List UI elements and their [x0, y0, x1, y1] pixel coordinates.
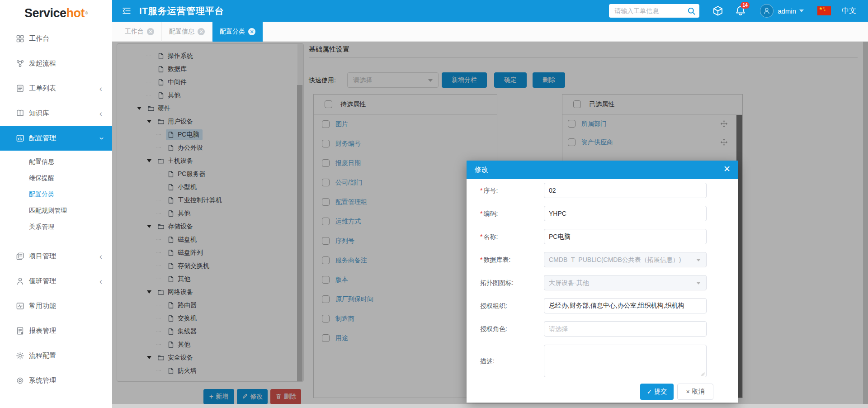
- sidebar-item-maintain-remind[interactable]: 维保提醒: [0, 170, 112, 186]
- modal-title: 修改: [475, 166, 488, 174]
- brand-logo: Servicehot®: [0, 0, 112, 26]
- sidebar: Servicehot® 工作台 发起流程 工单列表 ‹ 知识库 ‹ 配置管理 ‹…: [0, 0, 112, 408]
- field-label: 授权组织:: [480, 298, 542, 313]
- tab-close-icon[interactable]: ✕: [198, 28, 205, 35]
- sidebar-item-config-mgmt[interactable]: 配置管理 ‹: [0, 126, 112, 151]
- stack-icon: [15, 252, 24, 261]
- language-switch[interactable]: 中文: [842, 6, 856, 16]
- chevron-icon: ‹: [99, 85, 102, 93]
- gear-icon: [15, 376, 24, 385]
- chevron-icon: ‹: [99, 109, 102, 118]
- brand-accent: hot: [66, 6, 84, 20]
- sidebar-submenu: 配置信息维保提醒配置分类匹配规则管理关系管理: [0, 151, 112, 238]
- search-box: [609, 4, 699, 18]
- app-window: Servicehot® 工作台 发起流程 工单列表 ‹ 知识库 ‹ 配置管理 ‹…: [0, 0, 868, 408]
- resize-grip-icon[interactable]: [701, 371, 705, 376]
- cube-icon[interactable]: [712, 5, 723, 16]
- gearloop-icon: [15, 351, 24, 361]
- sidebar-item-ticket-list[interactable]: 工单列表 ‹: [0, 76, 112, 101]
- sidebar-item-start-flow[interactable]: 发起流程: [0, 51, 112, 76]
- sidebar-item-report-mgmt[interactable]: 报表管理: [0, 318, 112, 343]
- book-icon: [15, 109, 24, 118]
- pulse-icon: [15, 302, 24, 311]
- edit-modal: 修改 ✕ *序号:*编码:*名称:*数据库表:CMDB_T_PUBLIC(CMD…: [467, 161, 738, 403]
- tab-bar: 工作台 ✕ 配置信息 ✕ 配置分类 ✕: [112, 22, 868, 42]
- field-label: *序号:: [480, 183, 542, 198]
- code-input[interactable]: [544, 206, 707, 221]
- name-input[interactable]: [549, 230, 702, 244]
- required-star: *: [480, 256, 482, 263]
- name-input[interactable]: [544, 229, 707, 244]
- china-flag-icon: ★★★: [817, 6, 831, 15]
- chevron-down-icon: [696, 259, 701, 261]
- avatar[interactable]: [760, 4, 774, 18]
- notification-badge: 14: [741, 2, 750, 9]
- bell-icon[interactable]: 14: [735, 5, 746, 16]
- reportdoc-icon: [15, 327, 24, 336]
- code-input[interactable]: [549, 206, 702, 221]
- sidebar-item-match-rule-mgmt[interactable]: 匹配规则管理: [0, 202, 112, 218]
- window-horizontal-scrollbar[interactable]: [112, 404, 868, 408]
- sidebar-item-system-mgmt[interactable]: 系统管理: [0, 368, 112, 393]
- sidebar-item-workbench[interactable]: 工作台: [0, 26, 112, 51]
- close-icon: ×: [686, 388, 689, 395]
- auth-role-input[interactable]: [544, 321, 707, 337]
- user-name[interactable]: admin: [778, 7, 796, 15]
- doclist-icon: [15, 84, 24, 93]
- field-label: *数据库表:: [480, 252, 542, 267]
- sidebar-item-relation-mgmt[interactable]: 关系管理: [0, 218, 112, 235]
- field-label: 描述:: [480, 345, 542, 377]
- auth-org-input[interactable]: [544, 298, 707, 313]
- tab-config-category[interactable]: 配置分类 ✕: [212, 22, 263, 42]
- modal-footer: ✓提交 ×取消: [467, 384, 738, 400]
- chevron-icon: ‹: [99, 252, 102, 261]
- description-textarea[interactable]: [544, 345, 707, 377]
- sidebar-item-config-category[interactable]: 配置分类: [0, 186, 112, 202]
- tab-config-info[interactable]: 配置信息 ✕: [162, 22, 212, 42]
- seq-input[interactable]: [549, 183, 702, 198]
- sidebar-item-config-info[interactable]: 配置信息: [0, 153, 112, 170]
- topo-icon-select[interactable]: 大屏设备-其他: [544, 275, 707, 290]
- field-label: *编码:: [480, 206, 542, 221]
- top-header: IT服务运营管理平台 14 admin ★★★ 中文: [112, 0, 868, 22]
- chevron-icon: ‹: [99, 277, 102, 285]
- db-table-select[interactable]: CMDB_T_PUBLIC(CMDB公共表（拓展信息）): [544, 252, 707, 267]
- sidebar-item-process-config[interactable]: 流程配置: [0, 343, 112, 368]
- field-label: 授权角色:: [480, 321, 542, 337]
- seq-input[interactable]: [544, 183, 707, 198]
- close-icon[interactable]: ✕: [723, 164, 731, 175]
- field-label: *名称:: [480, 229, 542, 244]
- sidebar-item-project-mgmt[interactable]: 项目管理 ‹: [0, 244, 112, 269]
- brand-primary: Service: [24, 6, 66, 20]
- required-star: *: [480, 187, 482, 194]
- check-icon: ✓: [647, 388, 652, 395]
- chevron-icon: ‹: [97, 137, 105, 140]
- registered-mark: ®: [85, 11, 88, 15]
- tab-close-icon[interactable]: ✕: [147, 28, 154, 35]
- tab-close-icon[interactable]: ✕: [248, 28, 255, 35]
- tab-workbench[interactable]: 工作台 ✕: [118, 22, 162, 42]
- caret-down-icon[interactable]: [799, 9, 804, 12]
- auth-role-input[interactable]: [549, 322, 702, 336]
- sidebar-item-duty-mgmt[interactable]: 值班管理 ‹: [0, 269, 112, 294]
- chartbox-icon: [15, 134, 24, 143]
- sidebar-item-common-func[interactable]: 常用功能: [0, 294, 112, 318]
- field-label: 拓扑图图标:: [480, 275, 542, 290]
- grid-icon: [15, 34, 24, 43]
- page-title: IT服务运营管理平台: [139, 5, 224, 17]
- modal-header: 修改: [467, 161, 738, 179]
- person-icon: [15, 277, 24, 286]
- auth-org-input[interactable]: [549, 299, 702, 313]
- search-icon[interactable]: [687, 7, 696, 15]
- chevron-down-icon: [696, 282, 701, 285]
- required-star: *: [480, 233, 482, 240]
- search-input[interactable]: [614, 7, 687, 14]
- cancel-button[interactable]: ×取消: [677, 384, 713, 400]
- required-star: *: [480, 210, 482, 217]
- flow-icon: [15, 59, 24, 68]
- sidebar-item-knowledge-base[interactable]: 知识库 ‹: [0, 101, 112, 126]
- collapse-menu-icon[interactable]: [121, 5, 132, 16]
- sidebar-nav: 工作台 发起流程 工单列表 ‹ 知识库 ‹ 配置管理 ‹ 配置信息维保提醒配置分…: [0, 26, 112, 393]
- submit-button[interactable]: ✓提交: [640, 384, 674, 400]
